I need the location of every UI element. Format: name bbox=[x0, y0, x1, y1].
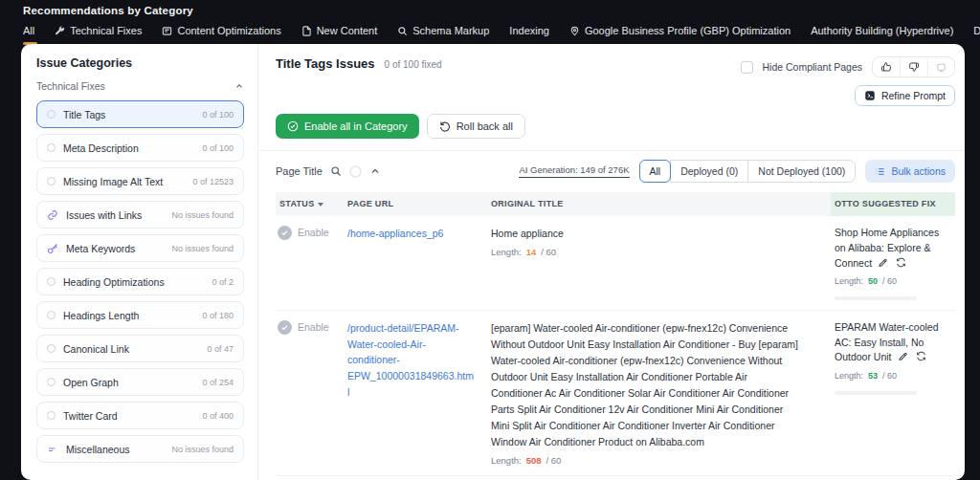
length-meter: Length: 53 / 60 bbox=[835, 370, 942, 395]
enable-toggle[interactable]: Enable bbox=[298, 227, 329, 238]
roll-back-all-button[interactable]: Roll back all bbox=[427, 114, 525, 139]
regenerate-icon[interactable] bbox=[896, 257, 906, 268]
bulk-list-icon bbox=[875, 166, 885, 177]
issue-categories-sidebar: Issue Categories Technical Fixes Title T… bbox=[21, 44, 258, 480]
refine-prompt-button[interactable]: Refine Prompt bbox=[855, 85, 955, 106]
search-icon bbox=[397, 26, 408, 36]
key-icon bbox=[47, 243, 58, 254]
filter-deployed-button[interactable]: Deployed (0) bbox=[670, 160, 748, 183]
thumbs-up-icon[interactable] bbox=[873, 57, 900, 76]
content-card: Issue Categories Technical Fixes Title T… bbox=[21, 44, 965, 480]
original-title-text: [eparam] Water-cooled Air-conditioner (e… bbox=[491, 320, 819, 450]
top-header: Recommendations by Category All Technica… bbox=[0, 0, 980, 45]
hide-compliant-checkbox[interactable] bbox=[741, 61, 753, 74]
radio-icon bbox=[47, 378, 56, 386]
issues-table: Status Page URL Original Title OTTO Sugg… bbox=[276, 192, 955, 480]
sort-caret-icon bbox=[318, 203, 323, 207]
radio-icon bbox=[47, 277, 56, 286]
column-header-page-url: Page URL bbox=[347, 192, 491, 216]
page-url-link[interactable]: /home-appliances_p6 bbox=[347, 228, 443, 239]
table-row: Enable /home-appliances_p6 Home applianc… bbox=[276, 216, 955, 311]
length-meter: Length: 50 / 60 bbox=[835, 275, 942, 300]
link-icon bbox=[47, 209, 58, 221]
length-meter: Length: 508 / 60 bbox=[491, 455, 819, 466]
main-panel: Title Tags Issues 0 of 100 fixed Hide Co… bbox=[258, 44, 965, 480]
hide-compliant-label: Hide Compliant Pages bbox=[763, 61, 862, 73]
ai-generation-counter: AI Generation: 149 of 276K bbox=[519, 164, 629, 178]
sidebar-item-meta-description[interactable]: Meta Description 0 of 100 bbox=[36, 134, 244, 162]
search-icon[interactable] bbox=[330, 165, 342, 177]
thumbs-down-icon[interactable] bbox=[900, 57, 927, 76]
tab-all[interactable]: All bbox=[23, 25, 34, 45]
sidebar-item-issues-with-links[interactable]: Issues with Links No issues found bbox=[36, 201, 244, 229]
tab-schema-markup[interactable]: Schema Markup bbox=[397, 25, 489, 45]
radio-icon bbox=[47, 177, 56, 185]
section-title: Title Tags Issues bbox=[276, 56, 375, 71]
page-title: Recommendations by Category bbox=[23, 5, 957, 16]
check-circle-icon bbox=[287, 120, 299, 132]
sidebar-item-canonical-link[interactable]: Canonical Link 0 of 47 bbox=[36, 335, 244, 362]
column-header-original-title: Original Title bbox=[491, 192, 831, 216]
page-url-link[interactable]: /product-detail/EPARAM-Water-cooled-Air-… bbox=[347, 322, 474, 398]
sidebar-item-twitter-card[interactable]: Twitter Card 0 of 400 bbox=[36, 402, 244, 429]
prompt-icon bbox=[864, 90, 876, 101]
column-header-otto-suggested-fix: OTTO Suggested Fix bbox=[831, 192, 955, 216]
loading-circle-icon bbox=[349, 165, 362, 178]
category-nav: All Technical Fixes Content Optimization… bbox=[23, 25, 957, 45]
status-check-icon bbox=[278, 320, 292, 335]
original-title-text: Home appliance bbox=[491, 226, 819, 242]
tab-indexing[interactable]: Indexing bbox=[509, 25, 549, 45]
column-header-status[interactable]: Status bbox=[276, 192, 347, 216]
feedback-pill bbox=[872, 56, 955, 77]
sidebar-item-meta-keywords[interactable]: Meta Keywords No issues found bbox=[36, 234, 244, 262]
radio-icon bbox=[47, 344, 56, 353]
wrench-icon bbox=[55, 26, 65, 36]
radio-icon bbox=[47, 411, 56, 420]
filter-all-button[interactable]: All bbox=[639, 160, 672, 183]
length-bar bbox=[835, 391, 917, 395]
sidebar-item-open-graph[interactable]: Open Graph 0 of 254 bbox=[36, 368, 244, 396]
tab-digital-outreach[interactable]: Digital Outreach bbox=[973, 25, 980, 45]
collapse-chevron-icon[interactable] bbox=[369, 165, 381, 177]
location-pin-icon bbox=[569, 26, 580, 36]
sidebar-item-title-tags[interactable]: Title Tags 0 of 100 bbox=[36, 100, 244, 128]
bulk-actions-button[interactable]: Bulk actions bbox=[865, 160, 955, 183]
radio-icon bbox=[47, 311, 56, 319]
regenerate-icon[interactable] bbox=[916, 351, 926, 361]
filter-not-deployed-button[interactable]: Not Deployed (100) bbox=[747, 160, 856, 183]
group-technical-fixes[interactable]: Technical Fixes bbox=[36, 80, 244, 92]
sidebar-item-heading-optimizations[interactable]: Heading Optimizations 0 of 2 bbox=[36, 268, 244, 295]
dash-icon bbox=[47, 444, 58, 455]
chevron-up-icon bbox=[234, 81, 244, 91]
length-meter: Length: 14 / 60 bbox=[491, 247, 819, 257]
edit-pencil-icon[interactable] bbox=[898, 351, 908, 361]
tab-content-optimizations[interactable]: Content Optimizations bbox=[162, 25, 280, 45]
tab-gbp-optimization[interactable]: Google Business Profile (GBP) Optimizati… bbox=[569, 25, 791, 45]
enable-toggle[interactable]: Enable bbox=[298, 321, 329, 333]
status-check-icon bbox=[278, 226, 292, 240]
length-bar bbox=[835, 296, 917, 300]
deploy-filter: All Deployed (0) Not Deployed (100) bbox=[639, 160, 857, 183]
edit-pencil-icon[interactable] bbox=[878, 257, 888, 268]
table-row: Enable /product-detail/EPARAM-Water-cool… bbox=[276, 311, 955, 476]
content-icon bbox=[162, 26, 172, 36]
tab-technical-fixes[interactable]: Technical Fixes bbox=[55, 25, 142, 45]
sidebar-item-missing-image-alt-text[interactable]: Missing Image Alt Text 0 of 12523 bbox=[36, 167, 244, 195]
tab-authority-building[interactable]: Authority Building (Hyperdrive) bbox=[811, 25, 953, 45]
radio-icon bbox=[47, 110, 56, 119]
screen-icon[interactable] bbox=[927, 58, 954, 76]
filter-column-label: Page Title bbox=[276, 165, 323, 177]
sidebar-title: Issue Categories bbox=[36, 56, 244, 70]
sidebar-item-miscellaneous[interactable]: Miscellaneous No issues found bbox=[36, 435, 244, 463]
file-icon bbox=[301, 26, 312, 36]
radio-icon bbox=[47, 143, 56, 152]
table-row: Enable /product-detail/Hot-Sell-Automati… bbox=[276, 476, 955, 480]
tab-new-content[interactable]: New Content bbox=[301, 25, 378, 45]
sidebar-item-headings-length[interactable]: Headings Length 0 of 180 bbox=[36, 301, 244, 329]
history-icon bbox=[439, 120, 451, 132]
fixed-count: 0 of 100 fixed bbox=[385, 59, 442, 70]
enable-all-button[interactable]: Enable all in Category bbox=[276, 114, 419, 139]
